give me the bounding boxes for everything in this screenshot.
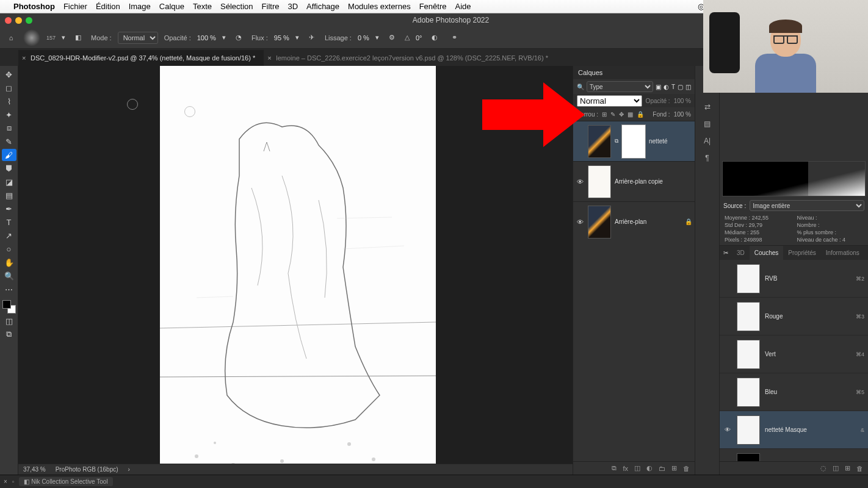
menu-image[interactable]: Image (129, 2, 151, 11)
marquee-tool[interactable]: ◻ (2, 82, 16, 94)
filter-adjust-icon[interactable]: ◐ (664, 84, 669, 90)
canvas-area[interactable] (18, 66, 573, 475)
zoom-level[interactable]: 37,43 % (23, 466, 46, 473)
layer-thumbnail[interactable] (588, 206, 611, 239)
minimize-button[interactable] (15, 17, 22, 24)
para-icon[interactable]: ¶ (705, 154, 709, 162)
group-icon[interactable]: 🗀 (659, 465, 665, 472)
hand-tool[interactable]: ✋ (2, 256, 16, 268)
new-channel-icon[interactable]: ⊞ (845, 464, 850, 472)
new-layer-icon[interactable]: ⊞ (671, 464, 677, 472)
tab-info[interactable]: Informations (821, 246, 864, 260)
smooth-value[interactable]: 0 % (358, 34, 369, 41)
chevron-down-icon[interactable]: ▾ (62, 34, 65, 41)
opacity-value[interactable]: 100 % (674, 98, 691, 104)
menu-file[interactable]: Fichier (63, 2, 87, 11)
quickmask-icon[interactable]: ◫ (2, 315, 16, 327)
document-tab[interactable]: × lemoine – DSC_2226.exercice2 leçon7ver… (264, 50, 557, 66)
lock-paint-icon[interactable]: ✎ (610, 111, 615, 118)
visibility-toggle[interactable]: 👁 (576, 178, 584, 185)
fx-icon[interactable]: fx (623, 465, 628, 472)
path-tool[interactable]: ↗ (2, 229, 16, 242)
channel-row[interactable]: ciel ⌘6 (720, 449, 868, 461)
channel-row[interactable]: RVB ⌘2 (720, 260, 868, 298)
channel-row[interactable]: 👁 netteté Masque & (720, 411, 868, 449)
adjustment-icon[interactable]: ◐ (646, 464, 653, 472)
color-swatches[interactable] (2, 300, 16, 314)
gradient-tool[interactable]: ▤ (2, 189, 16, 201)
lock-pixels-icon[interactable]: ⊞ (602, 111, 607, 118)
channel-thumbnail[interactable] (737, 340, 760, 369)
document-tab[interactable]: × DSC_0829-HDR-Modifier-v2.psd @ 37,4% (… (18, 50, 264, 66)
layer-row[interactable]: 👁 Arrière-plan 🔒 (573, 201, 695, 242)
menu-plugins[interactable]: Modules externes (348, 2, 411, 11)
gear-icon[interactable]: ⚙ (385, 31, 399, 45)
mask-icon[interactable]: ◫ (634, 464, 640, 472)
blend-mode-select[interactable]: Normal (118, 32, 158, 44)
chevron-down-icon[interactable]: ▾ (222, 34, 226, 41)
nik-selective-button[interactable]: ◧ Nik Collection Selective Tool (19, 477, 112, 486)
airbrush-icon[interactable]: ✈ (305, 31, 319, 45)
menu-select[interactable]: Sélection (220, 2, 253, 11)
visibility-toggle[interactable]: 👁 (576, 218, 584, 226)
angle-value[interactable]: 0° (416, 34, 422, 41)
channel-row[interactable]: Bleu ⌘5 (720, 373, 868, 411)
app-name[interactable]: Photoshop (13, 2, 55, 11)
crop-tool[interactable]: ⧈ (2, 122, 16, 134)
screenmode-icon[interactable]: ⧉ (2, 328, 16, 340)
channel-thumbnail[interactable] (737, 264, 760, 293)
pressure-opacity-icon[interactable]: ◔ (232, 31, 245, 45)
layer-thumbnail[interactable] (588, 125, 611, 158)
menu-view[interactable]: Affichage (306, 2, 339, 11)
layer-filter-select[interactable]: Type (587, 81, 653, 92)
close-icon[interactable]: × (4, 478, 7, 485)
pressure-size-icon[interactable]: ◐ (428, 31, 441, 45)
menu-text[interactable]: Texte (193, 2, 212, 11)
zoom-tool[interactable]: 🔍 (2, 270, 16, 282)
channel-row[interactable]: Rouge ⌘3 (720, 298, 868, 336)
layer-name[interactable]: Arrière-plan copie (615, 178, 692, 185)
chevron-down-icon[interactable]: ▾ (295, 34, 299, 41)
menu-help[interactable]: Aide (455, 2, 471, 11)
lock-artboard-icon[interactable]: ▦ (627, 111, 633, 118)
tab-3d[interactable]: 3D (732, 246, 750, 260)
eyedropper-tool[interactable]: ✎ (2, 135, 16, 148)
flow-value[interactable]: 95 % (274, 34, 289, 41)
more-tools[interactable]: ⋯ (2, 283, 16, 295)
layer-row[interactable]: ⧉ netteté (573, 121, 695, 161)
adjust-icon[interactable]: ⇄ (704, 102, 711, 111)
chevron-right-icon[interactable]: › (128, 466, 130, 473)
layer-thumbnail[interactable] (588, 165, 611, 198)
menu-layer[interactable]: Calque (159, 2, 184, 11)
source-select[interactable]: Image entière (750, 200, 864, 211)
text-tool[interactable]: T (2, 216, 16, 228)
shape-tool[interactable]: ○ (2, 243, 16, 255)
lock-position-icon[interactable]: ✥ (619, 111, 624, 118)
channel-thumbnail[interactable] (737, 378, 760, 407)
load-selection-icon[interactable]: ◌ (820, 464, 826, 472)
chevron-down-icon[interactable]: ▾ (375, 34, 379, 41)
move-tool[interactable]: ✥ (2, 68, 16, 81)
symmetry-icon[interactable]: ⚭ (447, 31, 461, 45)
save-selection-icon[interactable]: ◫ (833, 464, 839, 472)
stamp-tool[interactable]: ⛊ (2, 162, 16, 174)
filter-image-icon[interactable]: ▣ (656, 84, 661, 90)
close-icon[interactable]: × (267, 54, 271, 62)
trash-icon[interactable]: 🗑 (683, 465, 690, 472)
opacity-value[interactable]: 100 % (197, 34, 216, 41)
layer-name[interactable]: netteté (649, 138, 692, 145)
channel-thumbnail[interactable] (737, 453, 760, 462)
lasso-tool[interactable]: ⌇ (2, 95, 16, 107)
window-controls[interactable] (5, 17, 32, 24)
link-icon[interactable]: ⧉ (615, 138, 618, 145)
histogram[interactable] (722, 161, 866, 196)
pen-tool[interactable]: ✒ (2, 203, 16, 215)
tab-channels[interactable]: Couches (750, 246, 783, 260)
fill-value[interactable]: 100 % (674, 111, 691, 118)
align-icon[interactable]: ▤ (704, 120, 711, 128)
blend-mode-select[interactable]: Normal (577, 95, 642, 107)
layer-name[interactable]: Arrière-plan (615, 218, 681, 225)
menu-edit[interactable]: Édition (96, 2, 120, 11)
link-layers-icon[interactable]: ⧉ (612, 464, 617, 472)
visibility-toggle[interactable]: 👁 (723, 426, 732, 433)
